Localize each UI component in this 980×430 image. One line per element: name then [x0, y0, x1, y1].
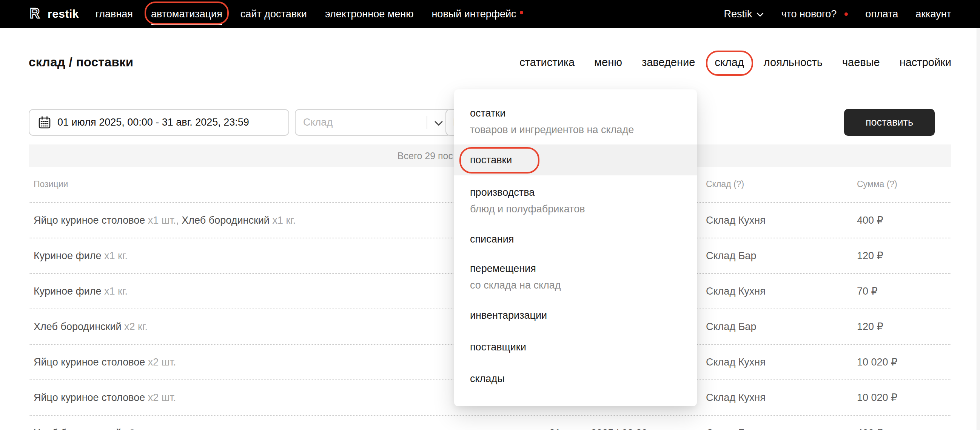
- section-nav-item-настройки[interactable]: настройки: [900, 56, 951, 69]
- topbar-right-item-label: аккаунт: [915, 8, 951, 20]
- row-sum: 400 ₽: [857, 427, 951, 430]
- row-date: 31 июля 2025 | 02:30: [549, 427, 706, 430]
- topbar-nav-item[interactable]: автоматизация: [151, 8, 222, 20]
- topbar-right-item-label: оплата: [865, 8, 898, 20]
- position-name: Хлеб бородинский: [33, 427, 124, 430]
- menu-item-label: списания: [470, 231, 697, 247]
- topbar-right: Restikчто нового?оплатааккаунт: [724, 8, 951, 20]
- section-nav-item-заведение[interactable]: заведение: [642, 56, 695, 69]
- date-range-value: 01 июля 2025, 00:00 - 31 авг. 2025, 23:5…: [57, 117, 249, 128]
- menu-item-label: остатки: [470, 105, 697, 121]
- topbar: R restik главнаяавтоматизациясайт достав…: [0, 0, 980, 28]
- section-nav-item-лояльность[interactable]: лояльность: [764, 56, 822, 69]
- section-nav-item-label: лояльность: [764, 56, 822, 68]
- warehouse-dropdown-menu: остаткитоваров и ингредиентов на складеп…: [454, 89, 697, 406]
- title-row: склад / поставки статистикаменюзаведение…: [29, 55, 951, 70]
- topbar-nav-item[interactable]: главная: [95, 8, 133, 20]
- section-nav-item-label: чаевые: [842, 56, 880, 68]
- position-name: Куриное филе: [33, 250, 104, 262]
- row-sum: 120 ₽: [857, 250, 951, 262]
- menu-item-label: склады: [470, 371, 697, 387]
- menu-item-subtitle: блюд и полуфабрикатов: [470, 200, 697, 217]
- topbar-right-item-label: что нового?: [781, 8, 837, 20]
- topbar-nav: главнаяавтоматизациясайт доставкиэлектро…: [95, 8, 523, 20]
- column-header-warehouse: Склад (?): [706, 167, 857, 202]
- position-name: Яйцо куриное столовое: [33, 392, 148, 403]
- position-name: Хлеб бородинский: [33, 321, 124, 332]
- menu-item-поставки[interactable]: поставки: [454, 144, 697, 175]
- menu-item-склады[interactable]: склады: [454, 371, 697, 387]
- restik-logo-icon: R: [29, 6, 43, 22]
- menu-item-label: поставщики: [470, 339, 697, 355]
- position-name: Яйцо куриное столовое: [33, 215, 148, 226]
- topbar-nav-item-label: электронное меню: [325, 8, 414, 20]
- section-nav-item-label: настройки: [900, 56, 951, 68]
- menu-item-производства[interactable]: производстваблюд и полуфабрикатов: [454, 184, 697, 217]
- topbar-nav-item[interactable]: сайт доставки: [240, 8, 307, 20]
- chevron-down-icon: [434, 121, 443, 126]
- restik-logo[interactable]: R restik: [29, 6, 79, 22]
- row-sum: 400 ₽: [857, 214, 951, 226]
- menu-item-перемещения[interactable]: перемещениясо склада на склад: [454, 261, 697, 294]
- position-qty: х1 кг.: [104, 250, 127, 262]
- row-warehouse: Склад Бар: [706, 250, 857, 262]
- menu-item-списания[interactable]: списания: [454, 231, 697, 247]
- supply-button[interactable]: поставить: [844, 109, 935, 136]
- section-nav-item-label: меню: [594, 56, 622, 68]
- table-row[interactable]: Хлеб бородинский х2 кг. 31 июля 2025 | 0…: [29, 416, 951, 430]
- topbar-right-item-label: Restik: [724, 8, 752, 20]
- warehouse-select[interactable]: Склад: [295, 109, 452, 136]
- scrollbar[interactable]: [977, 28, 980, 430]
- row-warehouse: Склад Кухня: [706, 392, 857, 404]
- restik-logo-text: restik: [48, 8, 79, 21]
- position-qty: х2 шт.: [148, 357, 176, 368]
- menu-item-label: перемещения: [470, 261, 697, 276]
- section-nav-item-склад[interactable]: склад: [714, 56, 744, 69]
- row-warehouse: Склад Кухня: [706, 286, 857, 297]
- calendar-icon: [38, 116, 51, 129]
- section-nav-item-меню[interactable]: меню: [594, 56, 622, 69]
- position-qty: х2 шт.: [148, 392, 176, 403]
- topbar-nav-item-label: сайт доставки: [240, 8, 307, 20]
- topbar-nav-item[interactable]: электронное меню: [325, 8, 414, 20]
- topbar-right-item[interactable]: аккаунт: [915, 8, 951, 20]
- menu-item-label: инвентаризации: [470, 308, 697, 323]
- row-warehouse: Склад Бар: [706, 427, 857, 430]
- topbar-nav-item[interactable]: новый интерфейс: [431, 8, 523, 20]
- menu-item-поставщики[interactable]: поставщики: [454, 339, 697, 355]
- row-sum: 70 ₽: [857, 285, 951, 297]
- row-positions: Хлеб бородинский х2 кг.: [29, 427, 549, 430]
- topbar-right-item[interactable]: оплата: [865, 8, 898, 20]
- row-warehouse: Склад Кухня: [706, 215, 857, 226]
- position-name: Яйцо куриное столовое: [33, 357, 148, 368]
- row-warehouse: Склад Бар: [706, 321, 857, 333]
- section-nav-item-чаевые[interactable]: чаевые: [842, 56, 880, 69]
- topbar-nav-item-label: главная: [95, 8, 133, 20]
- topbar-right-item[interactable]: что нового?: [781, 8, 848, 20]
- position-name: Куриное филе: [33, 286, 104, 297]
- topbar-right-item[interactable]: Restik: [724, 8, 764, 20]
- section-nav-item-label: склад: [714, 56, 744, 68]
- summary-text: Всего 29 пос: [398, 144, 453, 167]
- select-divider: [426, 116, 427, 129]
- section-nav: статистикаменюзаведениескладлояльностьча…: [519, 56, 951, 69]
- menu-item-инвентаризации[interactable]: инвентаризации: [454, 308, 697, 323]
- page-title: склад / поставки: [29, 55, 133, 70]
- menu-item-остатки[interactable]: остаткитоваров и ингредиентов на складе: [454, 105, 697, 138]
- position-qty: х1 шт.,: [148, 215, 182, 226]
- position-name: Хлеб бородинский: [181, 215, 272, 226]
- svg-text:R: R: [30, 6, 40, 21]
- menu-item-label: поставки: [470, 152, 697, 168]
- position-qty: х2 кг.: [124, 321, 148, 332]
- topbar-nav-item-label: автоматизация: [151, 8, 222, 20]
- section-nav-item-статистика[interactable]: статистика: [519, 56, 574, 69]
- position-qty: х1 кг.: [272, 215, 296, 226]
- menu-item-label: производства: [470, 184, 697, 200]
- menu-item-subtitle: со склада на склад: [470, 276, 697, 294]
- row-sum: 10 020 ₽: [857, 392, 951, 404]
- topbar-nav-item-label: новый интерфейс: [431, 8, 516, 20]
- row-sum: 120 ₽: [857, 321, 951, 333]
- date-range-picker[interactable]: 01 июля 2025, 00:00 - 31 авг. 2025, 23:5…: [29, 109, 289, 136]
- section-nav-item-label: статистика: [519, 56, 574, 68]
- new-badge-dot: [845, 13, 848, 16]
